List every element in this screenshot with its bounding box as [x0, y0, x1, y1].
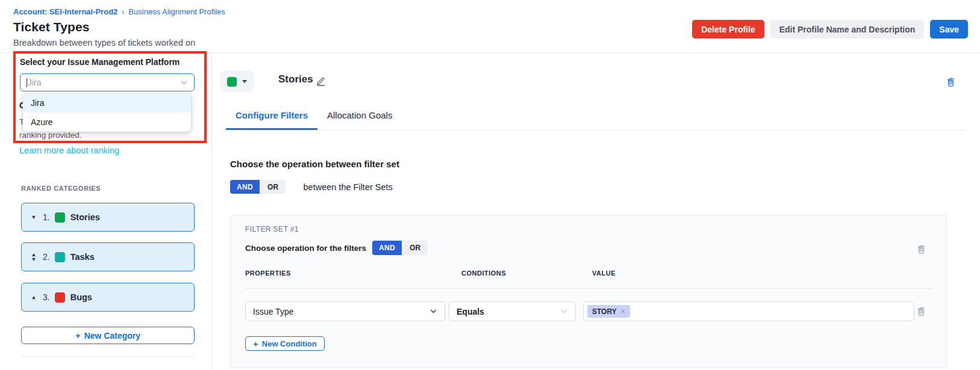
or-toggle-option[interactable]: OR — [403, 241, 428, 255]
dropdown-option-jira[interactable]: Jira — [23, 93, 191, 113]
category-card-bugs[interactable]: ▲ 3. Bugs — [21, 283, 195, 312]
category-name: Tasks — [70, 252, 95, 262]
breadcrumb-account-link[interactable]: Account: SEI-Internal-Prod2 — [13, 7, 117, 16]
sort-arrows-icon[interactable]: ▲ ▼ — [30, 252, 38, 262]
sort-arrows-icon[interactable]: ▼ — [30, 215, 38, 220]
plus-icon: + — [253, 339, 258, 348]
filter-set-panel: FILTER SET #1 Choose operation for the f… — [230, 215, 947, 368]
header-actions: Delete Profile Edit Profile Name and Des… — [692, 20, 968, 39]
category-card-stories[interactable]: ▼ 1. Stories — [21, 203, 195, 232]
arrow-down-icon: ▼ — [31, 257, 37, 262]
value-tag-story: STORY × — [587, 305, 630, 318]
category-title: Stories — [278, 73, 313, 85]
platform-select-label: Select your Issue Management Platform — [20, 57, 179, 67]
delete-condition-trash-icon[interactable] — [916, 306, 926, 316]
category-card-tasks[interactable]: ▲ ▼ 2. Tasks — [21, 242, 195, 271]
sort-arrows-icon[interactable]: ▲ — [30, 295, 38, 300]
columns-divider — [245, 288, 932, 289]
column-header-properties: PROPERTIES — [245, 270, 291, 277]
edit-pencil-icon[interactable] — [316, 75, 326, 86]
category-color-swatch — [55, 252, 65, 262]
filter-set-title: FILTER SET #1 — [245, 225, 299, 233]
chevron-down-icon — [429, 307, 437, 315]
category-color-picker-button[interactable] — [220, 71, 254, 92]
ranking-description-text: ranking provided. — [19, 131, 82, 140]
category-rank: 1. — [43, 212, 50, 222]
property-select-value: Issue Type — [253, 307, 293, 316]
breadcrumb-profiles-link[interactable]: Business Alignment Profiles — [128, 7, 225, 16]
color-swatch — [227, 77, 237, 87]
chevron-down-icon — [560, 307, 568, 315]
breadcrumb: Account: SEI-Internal-Prod2 › Business A… — [13, 7, 225, 16]
arrow-down-icon: ▼ — [31, 215, 37, 220]
and-toggle-option[interactable]: AND — [372, 241, 402, 255]
main-content: Stories Configure Filters Allocation Goa… — [212, 53, 980, 370]
tabs: Configure Filters Allocation Goals — [226, 110, 964, 131]
platform-dropdown-menu: Jira Azure — [23, 93, 191, 132]
toggle-caption: between the Filter Sets — [304, 182, 393, 192]
delete-profile-button[interactable]: Delete Profile — [692, 20, 764, 39]
page-subtitle: Breakdown between types of tickets worke… — [13, 38, 195, 48]
category-color-swatch — [55, 212, 65, 223]
delete-filter-set-trash-icon[interactable] — [916, 244, 926, 254]
and-toggle-option[interactable]: AND — [230, 180, 260, 194]
filters-and-or-toggle: AND OR — [372, 241, 428, 255]
category-rank: 3. — [43, 292, 50, 302]
condition-select[interactable]: Equals — [449, 301, 576, 321]
page-title: Ticket Types — [13, 20, 89, 34]
edit-profile-button[interactable]: Edit Profile Name and Description — [770, 20, 925, 39]
text-cursor — [27, 78, 27, 87]
remove-tag-icon[interactable]: × — [621, 307, 625, 316]
new-condition-label: New Condition — [262, 339, 317, 348]
dropdown-option-azure[interactable]: Azure — [23, 113, 191, 132]
sidebar-divider — [21, 356, 195, 357]
arrow-up-icon: ▲ — [31, 295, 37, 300]
or-toggle-option[interactable]: OR — [261, 180, 286, 194]
and-or-toggle: AND OR — [230, 180, 286, 194]
sidebar: Select your Issue Management Platform Ji… — [0, 53, 212, 370]
breadcrumb-separator-icon: › — [122, 8, 124, 16]
new-category-label: New Category — [84, 331, 140, 341]
filter-sets-operation-toggle-row: AND OR between the Filter Sets — [230, 180, 393, 194]
chevron-down-icon — [180, 79, 188, 87]
new-category-button[interactable]: + New Category — [21, 327, 195, 344]
category-color-swatch — [55, 292, 65, 303]
top-header: Account: SEI-Internal-Prod2 › Business A… — [0, 0, 980, 53]
new-condition-button[interactable]: + New Condition — [245, 336, 325, 351]
ranked-categories-label: RANKED CATEGORIES — [21, 185, 101, 192]
property-select[interactable]: Issue Type — [245, 301, 445, 321]
condition-select-value: Equals — [457, 307, 484, 316]
column-header-conditions: CONDITIONS — [461, 270, 506, 277]
plus-icon: + — [75, 331, 81, 340]
value-multiselect-input[interactable]: STORY × — [583, 301, 914, 321]
category-rank: 2. — [43, 252, 50, 262]
category-name: Stories — [70, 212, 100, 222]
tab-configure-filters[interactable]: Configure Filters — [226, 110, 317, 130]
platform-select-placeholder: Jira — [28, 78, 180, 87]
filter-set-operation-heading: Choose the operation between filter set — [230, 159, 399, 169]
filters-operation-label: Choose operation for the filters — [245, 244, 366, 253]
category-name: Bugs — [70, 292, 92, 302]
save-button[interactable]: Save — [930, 20, 968, 39]
value-tag-label: STORY — [592, 307, 617, 316]
platform-select-input[interactable]: Jira — [20, 73, 195, 91]
column-header-value: VALUE — [592, 270, 616, 277]
delete-category-trash-icon[interactable] — [946, 77, 956, 87]
caret-down-icon — [242, 80, 247, 83]
tab-allocation-goals[interactable]: Allocation Goals — [317, 110, 402, 130]
learn-more-ranking-link[interactable]: Learn more about ranking — [19, 146, 119, 155]
